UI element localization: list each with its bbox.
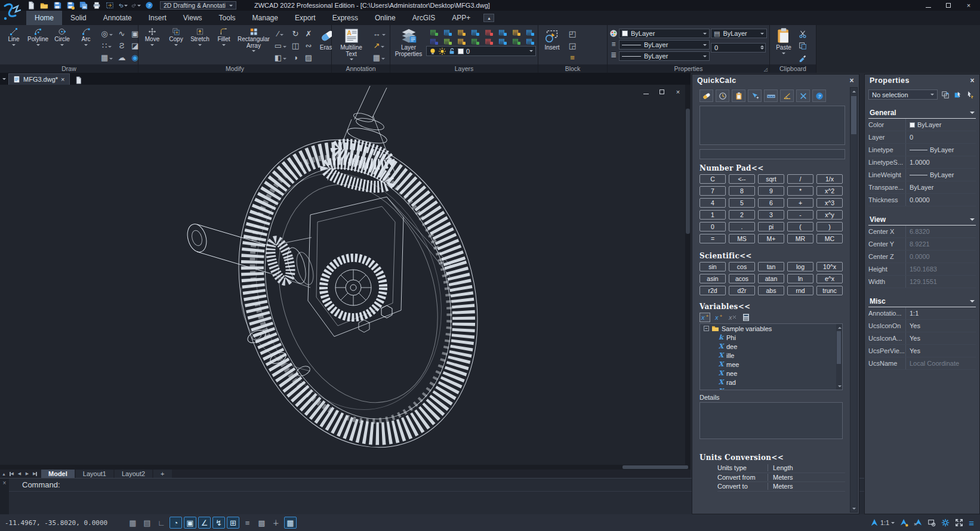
tab-annotate[interactable]: Annotate [95,11,140,25]
status-menu-control[interactable]: ≡ [969,518,974,528]
undo-button[interactable] [118,1,128,10]
object-snap-tracking-toggle[interactable]: ∠ [198,517,211,529]
calc-button[interactable]: 3 [758,210,784,220]
calc-button[interactable]: 0 [699,222,726,231]
layer-properties-button[interactable]: Layer Properties [392,26,425,63]
variable-item[interactable]: X vee [700,387,842,390]
calc-button[interactable]: MS [729,234,755,243]
calculator-button[interactable] [741,313,751,322]
layer-thaw-tool[interactable]: ▤ [495,27,509,36]
tab-views[interactable]: Views [175,11,211,25]
leader-tool[interactable]: ↗ [370,40,388,52]
next-tab-button[interactable]: ▶ [23,470,31,478]
table-tool[interactable]: ▦ [370,52,388,64]
units-row[interactable]: Units type Length [717,464,845,473]
layer-selector[interactable]: 0 [426,46,536,56]
join-tool[interactable]: ◑ [289,52,301,64]
calc-button[interactable]: C [699,174,726,184]
close-quickcalc-icon[interactable]: × [849,76,854,85]
calc-button[interactable]: * [787,186,813,196]
circle-button[interactable]: Circle [50,26,74,63]
calc-button[interactable]: rnd [787,286,813,295]
fillet-button[interactable]: Fillet [212,26,236,63]
calc-button[interactable]: r2d [699,286,726,295]
layer-current-tool[interactable]: ▤ [454,36,467,45]
calc-button[interactable]: d2r [729,286,755,295]
save-all-button[interactable] [79,1,88,10]
ortho-mode-toggle[interactable]: ∟ [155,517,168,529]
explode-tool[interactable]: ∕ [273,28,288,40]
calc-button[interactable]: sin [699,262,726,271]
point-tool[interactable]: ∷ [99,40,115,52]
tab-app-plus[interactable]: APP+ [443,11,479,25]
tab-home[interactable]: Home [26,11,62,25]
break-tool[interactable]: ∾ [303,40,315,52]
calc-button[interactable]: x^y [816,210,843,220]
arc-button[interactable]: Arc [74,26,98,63]
last-tab-button[interactable]: ▶ [31,470,39,478]
plot-style-selector[interactable]: ▤ ByLayer [711,29,767,38]
get-coordinates-button[interactable] [748,89,762,102]
number-pad-header[interactable]: Number Pad<< [699,164,845,172]
calc-button[interactable]: + [787,198,813,208]
ribbon-collapse-button[interactable]: ▴ [483,14,494,22]
cut-tool[interactable] [797,28,809,40]
snap-mode-toggle[interactable]: ▤ [141,517,153,529]
stretch-button[interactable]: Stretch [188,26,212,63]
group-header[interactable]: General [868,108,976,119]
workspace-switch-control[interactable] [927,518,936,527]
variable-item[interactable]: X dee [700,342,842,351]
copy-button[interactable]: Copy [164,26,188,63]
annotation-visibility-control[interactable] [900,518,908,527]
canvas-vertical-scrollbar[interactable] [685,85,691,465]
open-file-button[interactable] [39,1,49,10]
selection-dropdown[interactable]: No selection [868,89,938,100]
lineweight-display-toggle[interactable]: ≡ [241,517,254,529]
rectangular-array-button[interactable]: Rectangular Array [236,26,272,63]
drawing-canvas[interactable]: × [0,85,691,465]
revision-cloud-tool[interactable]: ☁ [116,52,128,64]
close-button[interactable]: × [964,2,973,8]
workspace-selector[interactable]: 2D Drafting & Annotati [160,1,236,10]
edit-variable-button[interactable]: x+ [713,313,724,322]
calc-button[interactable]: pi [758,222,784,231]
layer-previous-tool[interactable]: ▤ [440,36,454,45]
scale-tool[interactable]: ▭ [273,40,288,52]
plot-button[interactable] [92,1,101,10]
calc-button[interactable]: x^2 [816,186,843,196]
grid-display-toggle[interactable]: ▦ [127,517,139,529]
calc-button[interactable]: 5 [729,198,755,208]
annotation-monitor-toggle[interactable]: ∔ [270,517,282,529]
calc-button[interactable]: abs [758,286,784,295]
units-conversion-header[interactable]: Units Conversion<< [699,453,845,462]
calc-button[interactable]: . [729,222,755,231]
calc-button[interactable]: = [699,234,726,243]
spline-tool[interactable]: ∿ [116,28,128,40]
dynamic-ucs-toggle[interactable]: ⊞ [227,517,239,529]
multiline-text-button[interactable]: A Multiline Text [334,26,369,63]
rotate-tool[interactable]: ↻ [289,28,301,40]
new-layout-tab[interactable]: + [153,470,171,478]
measure-distance-button[interactable] [764,89,778,102]
layer-copy-tool[interactable]: ▤ [509,36,522,45]
calc-button[interactable]: atan [758,274,784,283]
quick-select-button[interactable] [952,89,963,100]
save-button[interactable] [53,1,62,10]
calc-button[interactable]: 10^x [816,262,843,271]
calc-button[interactable]: 7 [699,186,726,196]
tab-solid[interactable]: Solid [62,11,95,25]
calc-button[interactable]: ( [787,222,813,231]
layer-freeze-tool[interactable]: ▤ [454,27,467,36]
calc-button[interactable]: ln [787,274,813,283]
new-variable-button[interactable]: x+ [699,313,710,322]
calc-button[interactable]: trunc [816,286,843,295]
variables-tree[interactable]: − Sample variables k Phi X dee [699,323,843,390]
hatch-tool[interactable]: ▦ [99,52,115,64]
calc-button[interactable]: asin [699,274,726,283]
layout1-tab[interactable]: Layout1 [76,470,113,478]
new-file-button[interactable] [26,1,36,10]
polar-tracking-toggle[interactable]: ◔ [170,517,182,529]
maximize-button[interactable] [944,2,953,8]
properties-dialog-launcher[interactable]: ◿ [764,66,768,74]
layer-vp-freeze-tool[interactable]: ▤ [495,36,509,45]
